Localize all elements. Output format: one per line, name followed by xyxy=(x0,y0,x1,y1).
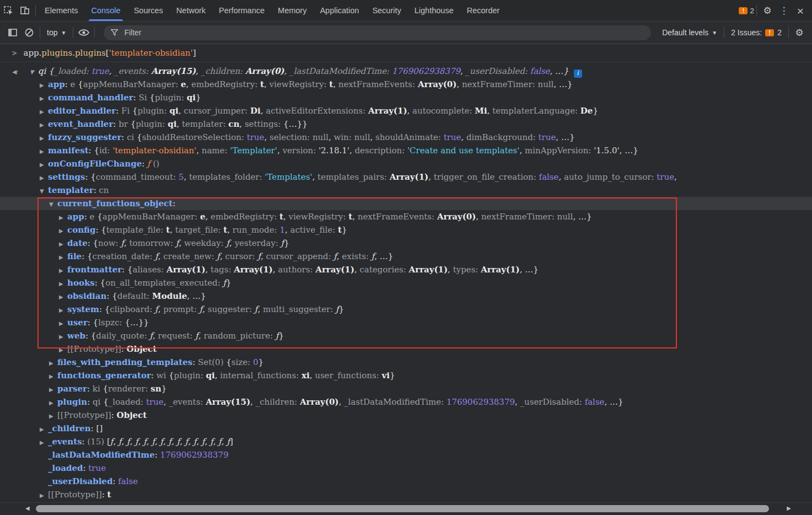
error-badge-icon[interactable]: ! xyxy=(739,7,748,14)
expand-triangle-icon[interactable]: ▶ xyxy=(49,410,57,423)
divider xyxy=(756,5,757,16)
levels-label: Default levels xyxy=(662,28,708,37)
tab-recorder[interactable]: Recorder xyxy=(460,0,507,21)
expand-triangle-icon[interactable]: ▶ xyxy=(59,304,67,317)
row-cfo-frontmatter[interactable]: ▶frontmatter: {aliases: Array(1), tags: … xyxy=(0,263,812,276)
info-icon[interactable]: i xyxy=(574,69,582,78)
expand-triangle-icon[interactable]: ▶ xyxy=(59,224,67,238)
scroll-left-icon[interactable]: ◀ xyxy=(25,505,30,511)
filter-input[interactable] xyxy=(123,28,644,37)
tab-memory[interactable]: Memory xyxy=(271,0,313,21)
close-icon[interactable]: × xyxy=(792,2,809,19)
row-cfo-obsidian[interactable]: ▶obsidian: {default: Module, …} xyxy=(0,289,812,303)
expand-triangle-icon[interactable]: ▶ xyxy=(40,105,48,119)
expand-triangle-icon[interactable]: ▶ xyxy=(40,489,48,502)
scroll-right-icon[interactable]: ▶ xyxy=(787,505,791,511)
command-chevron-icon: > xyxy=(12,49,17,57)
row-cfo-file[interactable]: ▶file: {creation_date: ƒ, create_new: ƒ,… xyxy=(0,250,812,263)
row-cfo-date[interactable]: ▶date: {now: ƒ, tomorrow: ƒ, weekday: ƒ,… xyxy=(0,237,812,250)
settings-gear-icon[interactable]: ⚙ xyxy=(759,2,776,19)
console-sidebar-icon[interactable] xyxy=(4,24,21,41)
expand-triangle-icon[interactable]: ▶ xyxy=(40,132,48,145)
expand-triangle-icon[interactable]: ▶ xyxy=(49,357,57,370)
row-files-with-pending-templates[interactable]: ▶files_with_pending_templates: Set(0) {s… xyxy=(0,356,812,369)
collapse-triangle-icon[interactable]: ▼ xyxy=(49,198,57,211)
tab-network[interactable]: Network xyxy=(170,0,212,21)
horizontal-scrollbar[interactable]: ◀ ▶ xyxy=(0,502,812,515)
divider xyxy=(724,27,724,38)
collapse-triangle-icon[interactable]: ▼ xyxy=(30,66,38,79)
tab-security[interactable]: Security xyxy=(365,0,407,21)
row-cfo-config[interactable]: ▶config: {template_file: t, target_file:… xyxy=(0,223,812,237)
expand-triangle-icon[interactable]: ▶ xyxy=(49,396,57,410)
expand-triangle-icon[interactable]: ▶ xyxy=(59,238,67,251)
row-children[interactable]: ▶_children: [] xyxy=(0,422,812,435)
row-manifest[interactable]: ▶manifest: {id: 'templater-obsidian', na… xyxy=(0,144,812,157)
console-toolbar: top ▼ Default levels ▼ 2 Issues: xyxy=(0,22,812,44)
row-fuzzy-suggester[interactable]: ▶fuzzy_suggester: ci {shouldRestoreSelec… xyxy=(0,131,812,144)
console-output[interactable]: >app.plugins.plugins['templater-obsidian… xyxy=(0,44,812,503)
result-preview[interactable]: ◀·▼qi {_loaded: true, _events: Array(15)… xyxy=(0,65,812,78)
row-functions-generator[interactable]: ▶functions_generator: wi {plugin: qi, in… xyxy=(0,369,812,382)
expand-triangle-icon[interactable]: ▶ xyxy=(40,436,48,449)
expand-triangle-icon[interactable]: ▶ xyxy=(49,383,57,396)
row-event-handler[interactable]: ▶event_handler: br {plugin: qi, template… xyxy=(0,117,812,131)
command-expression: app.plugins.plugins['templater-obsidian'… xyxy=(23,48,196,58)
filter-box[interactable] xyxy=(104,25,651,40)
row-events[interactable]: ▶_events: (15) [ƒ, ƒ, ƒ, ƒ, ƒ, ƒ, ƒ, ƒ, … xyxy=(0,435,812,448)
row-cfo-web[interactable]: ▶web: {daily_quote: ƒ, request: ƒ, rando… xyxy=(0,329,812,342)
expand-triangle-icon[interactable]: ▶ xyxy=(40,119,48,132)
row-settings[interactable]: ▶settings: {command_timeout: 5, template… xyxy=(0,170,812,184)
row-cfo-app[interactable]: ▶app: e {appMenuBarManager: e, embedRegi… xyxy=(0,210,812,223)
expand-triangle-icon[interactable]: ▶ xyxy=(40,171,48,185)
expand-triangle-icon[interactable]: ▶ xyxy=(59,251,67,264)
scrollbar-thumb[interactable] xyxy=(36,505,769,512)
console-command[interactable]: >app.plugins.plugins['templater-obsidian… xyxy=(0,44,812,62)
collapse-triangle-icon[interactable]: ▼ xyxy=(40,185,48,198)
row-cfo-user[interactable]: ▶user: {lspzc: {…}} xyxy=(0,316,812,329)
javascript-context-selector[interactable]: top ▼ xyxy=(42,28,71,37)
tab-console[interactable]: Console xyxy=(84,0,127,21)
more-options-icon[interactable]: ⋮ xyxy=(776,2,792,19)
tab-performance[interactable]: Performance xyxy=(212,0,271,21)
inspect-element-icon[interactable] xyxy=(0,2,17,19)
row-app[interactable]: ▶app: e {appMenuBarManager: e, embedRegi… xyxy=(0,78,812,91)
expand-triangle-icon[interactable]: ▶ xyxy=(59,291,67,304)
expand-triangle-icon[interactable]: ▶ xyxy=(40,79,48,92)
row-cfo-hooks[interactable]: ▶hooks: {on_all_templates_executed: ƒ} xyxy=(0,276,812,289)
device-toolbar-icon[interactable] xyxy=(17,2,33,19)
row-onconfigfilechange[interactable]: ▶onConfigFileChange: ƒ () xyxy=(0,157,812,170)
tabbar-right-controls: ! 2 ⚙ ⋮ × xyxy=(739,2,812,19)
clear-console-icon[interactable] xyxy=(21,24,37,41)
row-templater[interactable]: ▼templater: cn xyxy=(0,184,812,197)
expand-triangle-icon[interactable]: ▶ xyxy=(40,423,48,436)
expand-triangle-icon[interactable]: ▶ xyxy=(59,277,67,291)
expand-triangle-icon[interactable]: ▶ xyxy=(40,92,48,105)
row-current-functions-object[interactable]: ▼current_functions_object: xyxy=(0,197,812,210)
error-count: 2 xyxy=(750,7,754,15)
log-levels-selector[interactable]: Default levels ▼ xyxy=(658,28,722,37)
row-cfo-prototype[interactable]: ▶[[Prototype]]: Object xyxy=(0,342,812,356)
expand-triangle-icon[interactable]: ▶ xyxy=(59,317,67,330)
eye-icon[interactable] xyxy=(76,24,92,41)
tab-sources[interactable]: Sources xyxy=(127,0,170,21)
expand-triangle-icon[interactable]: ▶ xyxy=(49,370,57,383)
expand-triangle-icon[interactable]: ▶ xyxy=(40,158,48,171)
tab-lighthouse[interactable]: Lighthouse xyxy=(408,0,460,21)
console-settings-gear-icon[interactable]: ⚙ xyxy=(791,24,808,41)
expand-triangle-icon[interactable]: ▶ xyxy=(59,344,67,357)
row-cfo-system[interactable]: ▶system: {clipboard: ƒ, prompt: ƒ, sugge… xyxy=(0,303,812,316)
row-plugin[interactable]: ▶plugin: qi {_loaded: true, _events: Arr… xyxy=(0,395,812,409)
expand-triangle-icon[interactable]: ▶ xyxy=(40,145,48,158)
tab-application[interactable]: Application xyxy=(313,0,365,21)
expand-triangle-icon[interactable]: ▶ xyxy=(59,264,67,277)
issues-counter[interactable]: 2 Issues: ! 2 xyxy=(727,28,786,37)
expand-triangle-icon[interactable]: ▶ xyxy=(59,330,67,344)
row-editor-handler[interactable]: ▶editor_handler: Fi {plugin: qi, cursor_… xyxy=(0,104,812,117)
row-command-handler[interactable]: ▶command_handler: Si {plugin: qi} xyxy=(0,91,812,104)
row-qi-prototype[interactable]: ▶[[Prototype]]: t xyxy=(0,488,812,501)
tab-elements[interactable]: Elements xyxy=(38,0,84,21)
expand-triangle-icon[interactable]: ▶ xyxy=(59,211,67,224)
row-parser[interactable]: ▶parser: ki {renderer: sn} xyxy=(0,382,812,395)
row-templater-prototype[interactable]: ▶[[Prototype]]: Object xyxy=(0,409,812,422)
